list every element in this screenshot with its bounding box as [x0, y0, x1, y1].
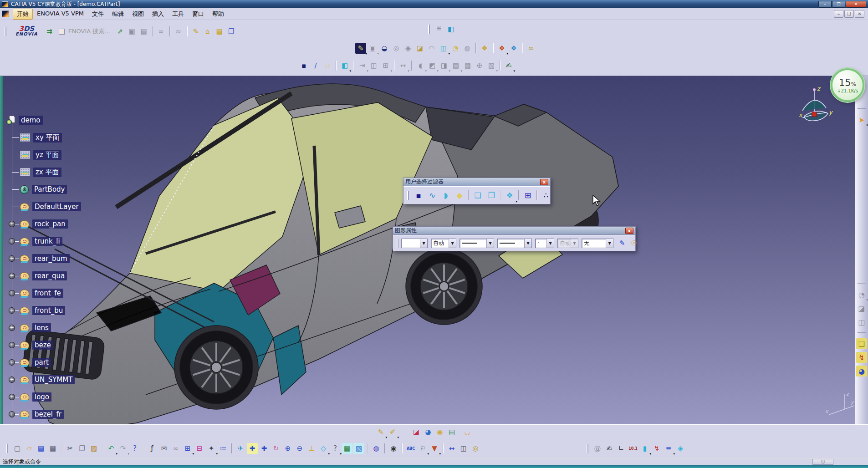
body-filter-icon[interactable]: ❖▾ [503, 189, 516, 202]
depth-effect-icon[interactable]: ◍ [371, 443, 382, 454]
expand-icon[interactable]: + [9, 342, 15, 348]
tree-item-label[interactable]: UN_SYMMT [32, 375, 75, 384]
close-icon[interactable]: x [625, 228, 633, 234]
tree-item-label[interactable]: lens [32, 323, 51, 332]
menu-item-4[interactable]: 视图 [128, 9, 148, 20]
plane-icon[interactable]: ▱ [322, 60, 333, 71]
toolbar-grip[interactable] [587, 444, 588, 453]
tree-item-label[interactable]: rock_pan [32, 219, 68, 229]
toolbar-grip[interactable] [407, 191, 409, 200]
mean-dimensions-icon[interactable]: 10,1 [628, 443, 638, 454]
thickness-icon[interactable]: ▦ [462, 60, 473, 71]
tree-item-front-fe[interactable]: +front_fe [6, 285, 116, 302]
point-symbol-combo[interactable]: ·▼ [535, 239, 554, 248]
text-with-leader-icon[interactable]: ABC [405, 443, 416, 454]
menu-item-1[interactable]: ENOVIA V5 VPM [33, 9, 88, 20]
tree-item-label[interactable]: bezel_fr [32, 410, 64, 419]
scaling-icon[interactable]: ↔▾ [398, 60, 408, 71]
chevron-down-icon[interactable]: ▼ [449, 239, 456, 248]
knowledge-link-icon[interactable]: ∞ [170, 443, 181, 454]
tree-item-label[interactable]: logo [32, 392, 51, 402]
parameters-list-icon[interactable]: ≔ [218, 443, 229, 454]
menu-item-7[interactable]: 窗口 [188, 9, 208, 20]
measure-item-icon[interactable]: ◫ [458, 443, 469, 454]
sketch-icon[interactable]: ✎▾ [355, 43, 366, 54]
pocket-icon[interactable]: ◪ [414, 43, 425, 54]
select-arrow-icon[interactable]: ➤▾ [856, 114, 867, 125]
graphic-properties-toolbar[interactable]: 图形属性 x ▼自动▼▼▼·▼自动▼无▼ ✎☉ [393, 226, 636, 251]
redo-icon[interactable]: ↷▾ [117, 443, 128, 454]
download-speed-overlay[interactable]: 15% ↓21.1K/s [831, 68, 864, 102]
shell-dress-up-icon[interactable]: ▤▾ [450, 60, 461, 71]
create-datum-icon[interactable]: ▮▾ [639, 443, 650, 454]
chamfer-icon[interactable]: ◩▾ [427, 60, 438, 71]
positioned-sketch-icon[interactable]: ▣▾ [367, 43, 378, 54]
expand-icon[interactable]: + [9, 238, 15, 244]
line-type-combo[interactable]: ▼ [460, 239, 494, 248]
tree-item-label[interactable]: front_bu [32, 306, 65, 315]
apply-material-icon[interactable]: ▤ [446, 427, 457, 437]
tree-item-label[interactable]: zx 平面 [33, 168, 61, 177]
new-document-icon[interactable]: ▢ [12, 443, 23, 454]
tree-item-rock-pan[interactable]: +rock_pan [6, 215, 116, 233]
tree-item-logo[interactable]: +logo [6, 388, 116, 406]
expand-icon[interactable]: + [9, 290, 15, 296]
tree-item-label[interactable]: front_fe [32, 289, 63, 298]
apply-material-link-icon[interactable]: ◕ [856, 366, 867, 376]
measure-between-icon[interactable]: ↔ [446, 443, 457, 454]
dimensions-list-icon[interactable]: ≝ [434, 24, 444, 35]
mdi-minimize-button[interactable]: – [834, 10, 843, 18]
shell-icon[interactable]: ◫▾ [438, 43, 449, 54]
tree-item-label[interactable]: yz 平面 [33, 150, 61, 160]
tree-item-front-bu[interactable]: +front_bu [6, 302, 116, 319]
feature-element-filter-icon[interactable]: ❏ [471, 189, 485, 202]
knowledge-structure-icon[interactable]: ⊟ [194, 443, 205, 454]
graphic-properties-titlebar[interactable]: 图形属性 x [393, 227, 635, 235]
toolbar-grip[interactable] [6, 444, 8, 453]
chevron-down-icon[interactable]: ▼ [420, 239, 427, 248]
paste-icon[interactable]: ▨ [88, 443, 99, 454]
sketch-analysis-icon[interactable]: ✍▾ [503, 60, 514, 71]
cut-icon[interactable]: ✂ [65, 443, 76, 454]
thread-tap-icon[interactable]: ◍ [462, 43, 473, 54]
multi-sections-solid-icon[interactable]: ◒ [379, 43, 390, 54]
copy-icon[interactable]: ❐ [77, 443, 87, 454]
save-icon[interactable]: ▤ [36, 443, 46, 454]
camera-capture-icon[interactable]: ◉ [388, 443, 399, 454]
tree-item-label[interactable]: beze [32, 341, 53, 350]
expand-icon[interactable]: + [9, 394, 15, 400]
menu-item-2[interactable]: 文件 [88, 9, 108, 20]
catalog-browser-icon[interactable]: ◡ [462, 427, 473, 437]
toolbar-grip[interactable] [428, 25, 430, 34]
edge-fillet-icon[interactable]: ◖▾ [415, 60, 426, 71]
tree-item-un-symmt[interactable]: +UN_SYMMT [6, 371, 116, 388]
hide-show-icon[interactable]: ◪ [856, 303, 867, 314]
close-button[interactable]: ✕ [846, 1, 866, 8]
menu-item-5[interactable]: 插入 [148, 9, 168, 20]
tree-item-trunk-li[interactable]: +trunk_li [6, 233, 116, 250]
save-in-enovia-icon[interactable]: ▤ [214, 26, 225, 37]
impact-graph-icon[interactable]: ⇗ [115, 26, 126, 37]
tree-item-label[interactable]: trunk_li [32, 237, 62, 246]
remove-body-icon[interactable]: ❖ [508, 43, 519, 54]
fit-all-in-icon[interactable]: ✚ [247, 443, 258, 454]
menu-item-8[interactable]: 帮助 [208, 9, 228, 20]
info-icon[interactable]: ⓘ [812, 459, 833, 465]
update-all-icon[interactable]: @ [592, 443, 603, 454]
groove-icon[interactable]: ◉ [403, 43, 414, 54]
expand-icon[interactable]: + [9, 411, 15, 417]
enovia-checkbox[interactable] [59, 29, 65, 35]
comment-icon[interactable]: ✉ [158, 443, 169, 454]
tree-item-yz-plane[interactable]: yz 平面 [6, 146, 116, 163]
open-from-enovia-icon[interactable]: ⌂ [202, 26, 213, 37]
point-filter-icon[interactable]: ▪ [412, 189, 425, 202]
mirror-icon[interactable]: ◫ [368, 60, 379, 71]
rotate-icon[interactable]: ↻ [271, 443, 281, 454]
pan-icon[interactable]: ✚ [259, 443, 270, 454]
tree-item-lens[interactable]: +lens [6, 319, 116, 336]
enovia-pending-icon[interactable]: ▣ [127, 26, 138, 37]
3d-annotation-icon[interactable]: ▼▾ [429, 443, 440, 454]
painter-icon[interactable]: ✎ [617, 238, 628, 249]
print-icon[interactable]: ▦ [47, 443, 58, 454]
zoom-in-icon[interactable]: ⊕ [282, 443, 293, 454]
